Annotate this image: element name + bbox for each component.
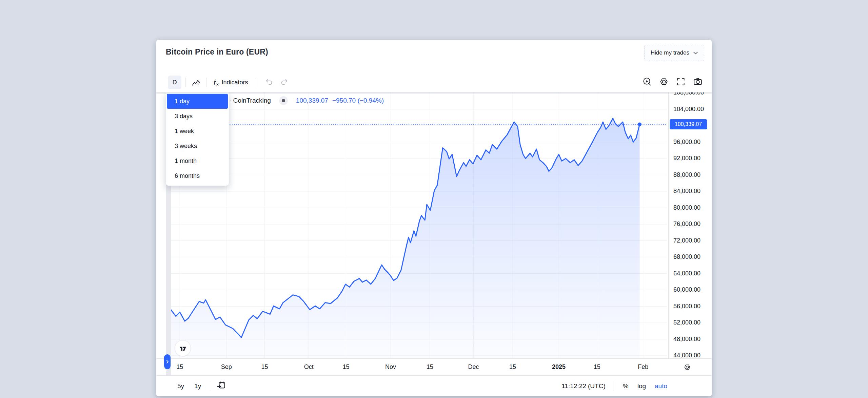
time-axis-label: Feb xyxy=(638,363,648,371)
time-axis-label: Oct xyxy=(304,363,314,371)
interval-menu-item[interactable]: 1 week xyxy=(167,124,228,139)
go-to-date-button[interactable] xyxy=(216,380,226,392)
price-tag: 100,339.07 xyxy=(670,119,707,129)
legend-change: −950.70 (−0.94%) xyxy=(332,97,384,104)
tradingview-logo-icon xyxy=(178,344,187,353)
price-axis-label: 88,000.00 xyxy=(673,171,701,179)
toolbar-left-group: D ƒx Indicators xyxy=(156,76,289,89)
expand-drawing-toolbar-button[interactable] xyxy=(164,354,171,369)
toolbar-separator xyxy=(255,78,255,87)
chart-widget-card: Bitcoin Price in Euro (EUR) Hide my trad… xyxy=(156,40,712,396)
page-title: Bitcoin Price in Euro (EUR) xyxy=(166,47,268,57)
interval-menu-item[interactable]: 3 days xyxy=(167,109,228,124)
time-axis-label: 15 xyxy=(427,363,433,371)
range-button-5y[interactable]: 5y xyxy=(175,381,187,391)
price-axis-label: 80,000.00 xyxy=(673,204,701,211)
time-axis-settings-button[interactable] xyxy=(683,363,691,373)
series-dot-icon xyxy=(282,99,285,102)
percent-scale-button[interactable]: % xyxy=(621,382,631,391)
scale-controls: 11:12:22 (UTC) % log auto xyxy=(561,382,669,391)
auto-scale-button[interactable]: auto xyxy=(653,382,669,391)
indicators-label: Indicators xyxy=(222,79,248,86)
area-chart-icon xyxy=(191,77,201,87)
interval-menu-item[interactable]: 1 month xyxy=(167,153,228,168)
snapshot-button[interactable] xyxy=(693,77,703,88)
time-axis-label: 15 xyxy=(176,363,183,371)
interval-menu-item[interactable]: 1 day xyxy=(167,94,228,109)
time-axis-label: 15 xyxy=(594,363,600,371)
chart-toolbar: D ƒx Indicators xyxy=(156,72,712,92)
alert-clock-icon xyxy=(642,77,652,87)
price-axis-label: 56,000.00 xyxy=(673,303,701,310)
interval-menu: 1 day3 days1 week3 weeks1 month6 months xyxy=(166,92,229,186)
bottom-toolbar: 5y1y 11:12:22 (UTC) % log auto xyxy=(156,375,712,397)
price-axis-label: 68,000.00 xyxy=(673,253,701,260)
undo-icon xyxy=(265,77,274,86)
undo-button[interactable] xyxy=(265,77,274,87)
price-axis-label: 76,000.00 xyxy=(673,221,701,228)
calendar-go-to-icon xyxy=(216,380,226,391)
legend-source-label: · CoinTracking xyxy=(229,97,271,104)
price-chart-canvas[interactable] xyxy=(171,92,667,358)
price-axis-label: 72,000.00 xyxy=(673,237,701,244)
chart-style-button[interactable] xyxy=(190,76,202,88)
clock-label[interactable]: 11:12:22 (UTC) xyxy=(561,382,606,390)
range-button-group: 5y1y xyxy=(175,381,204,391)
interval-menu-item[interactable]: 3 weeks xyxy=(167,139,228,153)
hide-my-trades-button[interactable]: Hide my trades xyxy=(644,45,704,61)
redo-icon xyxy=(280,77,289,86)
legend-last-price: 100,339.07 xyxy=(296,97,328,104)
camera-icon xyxy=(693,77,703,87)
tradingview-logo[interactable] xyxy=(175,340,191,356)
fx-icon: ƒx xyxy=(213,78,219,87)
time-axis-label: Dec xyxy=(468,363,479,371)
price-axis-label: 92,000.00 xyxy=(673,155,701,162)
price-axis-label: 48,000.00 xyxy=(673,336,701,343)
price-axis-label: 52,000.00 xyxy=(673,319,701,326)
time-axis-label: 15 xyxy=(509,363,516,371)
fullscreen-icon xyxy=(676,77,686,87)
price-axis[interactable]: 100,339.07 108,000.00104,000.0096,000.00… xyxy=(668,92,712,358)
series-visibility-toggle[interactable] xyxy=(279,96,288,105)
time-axis-label: 15 xyxy=(261,363,268,371)
interval-button-label: D xyxy=(173,79,177,86)
chevron-right-icon xyxy=(165,359,170,364)
interval-menu-item[interactable]: 6 months xyxy=(167,168,228,183)
price-axis-label: 64,000.00 xyxy=(673,270,701,277)
range-button-1y[interactable]: 1y xyxy=(192,381,204,391)
price-axis-label: 84,000.00 xyxy=(673,188,701,195)
time-axis-label: 15 xyxy=(342,363,349,371)
series-legend: · CoinTracking 100,339.07 −950.70 (−0.94… xyxy=(229,96,384,105)
alert-button[interactable] xyxy=(642,77,652,88)
toolbar-separator xyxy=(206,78,206,87)
price-axis-label: 60,000.00 xyxy=(673,286,701,293)
time-axis-label: Sep xyxy=(221,363,232,371)
price-axis-label: 104,000.00 xyxy=(673,106,704,113)
fullscreen-button[interactable] xyxy=(676,77,686,88)
log-scale-button[interactable]: log xyxy=(635,382,648,391)
hide-my-trades-label: Hide my trades xyxy=(651,49,689,56)
toolbar-right-group xyxy=(642,72,703,92)
gear-icon xyxy=(659,77,669,87)
footer-separator xyxy=(613,382,613,391)
indicators-button[interactable]: ƒx Indicators xyxy=(211,76,251,89)
gear-icon xyxy=(683,363,691,371)
price-axis-label: 96,000.00 xyxy=(673,139,701,146)
range-buttons: 5y1y xyxy=(156,380,226,392)
time-axis-label: 2025 xyxy=(552,363,566,371)
chevron-down-icon xyxy=(693,49,698,56)
toolbar-separator xyxy=(185,78,186,87)
interval-button[interactable]: D xyxy=(168,76,181,89)
time-axis-label: Nov xyxy=(385,363,396,371)
footer-separator xyxy=(210,382,210,391)
redo-button[interactable] xyxy=(280,77,289,87)
settings-button[interactable] xyxy=(659,77,669,88)
price-axis-label: 44,000.00 xyxy=(673,352,701,359)
time-axis[interactable]: 15Sep15Oct15Nov15Dec15202515Feb xyxy=(156,358,712,376)
